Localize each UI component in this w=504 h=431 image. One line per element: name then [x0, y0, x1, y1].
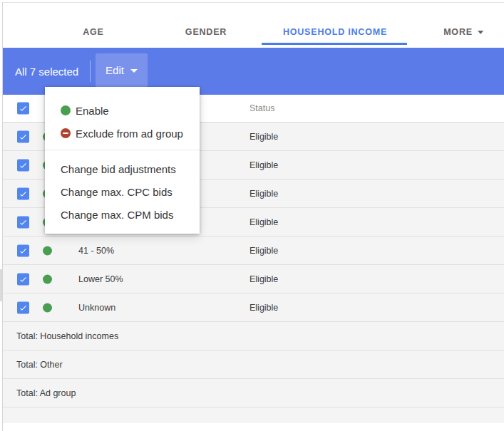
row-status: Eligible [250, 303, 278, 313]
edit-button-label: Edit [106, 64, 124, 76]
edit-dropdown-menu: Enable Exclude from ad group Change bid … [45, 87, 200, 234]
row-label: 41 - 50% [78, 246, 114, 256]
tab-more-label: MORE [443, 27, 473, 37]
table-row: Unknown Eligible [3, 294, 504, 322]
checkmark-icon [19, 303, 28, 312]
checkmark-icon [19, 217, 28, 227]
row-checkbox[interactable] [17, 273, 29, 285]
row-status: Eligible [250, 132, 278, 142]
menu-item-change-max-cpc-bids[interactable]: Change max. CPC bids [45, 180, 200, 203]
chevron-down-icon [478, 31, 483, 34]
row-checkbox[interactable] [17, 244, 29, 256]
tab-gender[interactable]: GENDER [185, 27, 227, 37]
row-checkbox[interactable] [17, 187, 29, 199]
left-scroll-notch [0, 269, 2, 301]
checkmark-icon [19, 274, 28, 284]
enabled-dot-icon [61, 105, 71, 115]
tab-household-income[interactable]: HOUSEHOLD INCOME [283, 27, 387, 37]
exclude-icon [61, 128, 71, 138]
total-row-ad-group: Total: Ad group [3, 379, 504, 407]
row-checkbox[interactable] [17, 216, 29, 228]
total-row-label: Total: Ad group [16, 388, 76, 398]
row-status: Eligible [250, 189, 278, 199]
table-row: Lower 50% Eligible [3, 265, 504, 294]
dimension-tabs-bar: AGE GENDER HOUSEHOLD INCOME MORE [3, 3, 504, 48]
chevron-down-icon [130, 69, 138, 73]
checkmark-icon [19, 246, 28, 255]
menu-item-label: Enable [76, 105, 109, 117]
row-status: Eligible [250, 246, 278, 256]
total-row-other: Total: Other [3, 350, 504, 379]
checkmark-icon [19, 104, 28, 113]
ads-audience-table-screen: AGE GENDER HOUSEHOLD INCOME MORE All 7 s… [0, 0, 504, 431]
selection-bar-divider [90, 61, 91, 82]
row-status: Eligible [250, 217, 278, 227]
menu-item-label: Exclude from ad group [76, 128, 183, 140]
menu-item-enable[interactable]: Enable [45, 99, 200, 122]
checkmark-icon [19, 132, 28, 141]
edit-dropdown-button[interactable]: Edit [96, 53, 148, 87]
row-status: Eligible [250, 274, 278, 284]
total-row-label: Total: Other [16, 360, 63, 370]
tab-age-label: AGE [83, 27, 104, 37]
checkmark-icon [19, 189, 28, 198]
enabled-status-icon [43, 274, 52, 284]
enabled-status-icon [43, 303, 52, 312]
tab-age[interactable]: AGE [83, 27, 104, 37]
checkmark-icon [19, 160, 28, 170]
menu-divider [45, 150, 200, 150]
table-row: 41 - 50% Eligible [3, 237, 504, 265]
row-status: Eligible [250, 160, 278, 170]
active-tab-underline [262, 43, 407, 45]
row-checkbox[interactable] [17, 159, 29, 171]
table-bottom-filler [3, 407, 504, 423]
left-border [2, 2, 3, 431]
row-checkbox[interactable] [17, 130, 29, 142]
tab-household-income-label: HOUSEHOLD INCOME [283, 27, 387, 37]
menu-item-exclude-from-ad-group[interactable]: Exclude from ad group [45, 122, 200, 145]
menu-item-label: Change max. CPM bids [61, 209, 173, 221]
menu-item-change-max-cpm-bids[interactable]: Change max. CPM bids [45, 203, 200, 226]
row-checkbox[interactable] [17, 301, 29, 313]
row-label: Unknown [78, 303, 115, 313]
select-all-checkbox[interactable] [17, 103, 29, 115]
row-label: Lower 50% [78, 274, 123, 284]
enabled-status-icon [43, 246, 52, 255]
total-row-label: Total: Household incomes [16, 331, 118, 341]
menu-item-change-bid-adjustments[interactable]: Change bid adjustments [45, 157, 200, 180]
total-row-household-incomes: Total: Household incomes [3, 322, 504, 350]
menu-item-label: Change bid adjustments [61, 163, 176, 175]
tab-gender-label: GENDER [185, 27, 227, 37]
tab-more[interactable]: MORE [443, 27, 483, 37]
status-column-header: Status [250, 103, 274, 113]
menu-item-label: Change max. CPC bids [61, 186, 173, 198]
